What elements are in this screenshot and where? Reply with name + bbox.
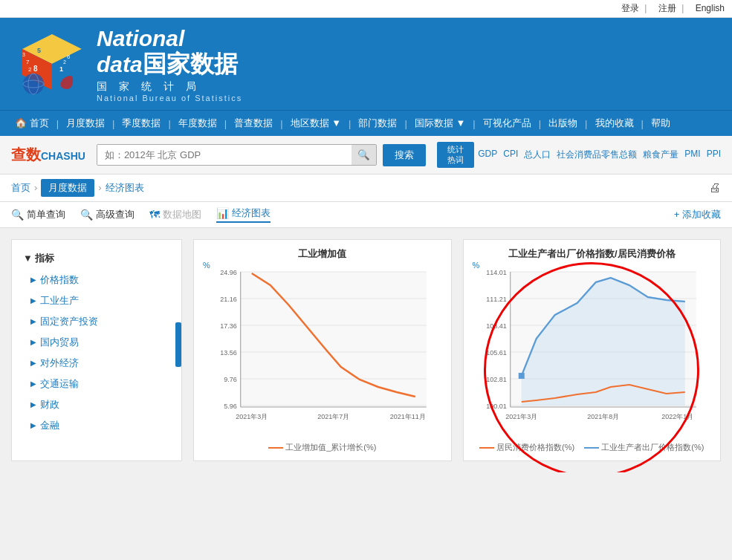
- toolbar-echart[interactable]: 📊 经济图表: [216, 206, 271, 223]
- search-input[interactable]: [97, 145, 352, 165]
- sidebar-item-price[interactable]: ▶ 价格指数: [12, 270, 181, 290]
- orange-legend-dot: [268, 447, 283, 449]
- svg-text:2: 2: [28, 66, 32, 73]
- hot-terms-links: GDP CPI 总人口 社会消费品零售总额 粮食产量 PMI PPI: [478, 149, 721, 161]
- chart1-svg: 24.96 21.16 17.36 13.56 9.76 5.96 2021年3…: [201, 264, 444, 435]
- hot-population[interactable]: 总人口: [524, 149, 551, 161]
- nav-yearly[interactable]: 年度数据: [171, 111, 224, 136]
- print-icon[interactable]: 🖨: [709, 181, 721, 195]
- toolbar-simple[interactable]: 🔍 简单查询: [11, 208, 65, 221]
- search-area: 查数CHASHU 🔍 搜索 统计 热词 GDP CPI 总人口 社会消费品零售总…: [0, 136, 732, 174]
- sidebar-scrollbar[interactable]: [175, 322, 181, 367]
- login-link[interactable]: 登录: [621, 3, 639, 13]
- charts-area: % 工业增加值 24.96 21.16 17.36 13.56 9.76 5.9…: [193, 239, 721, 462]
- map-icon: 🗺: [149, 209, 160, 221]
- svg-text:21.16: 21.16: [220, 296, 237, 303]
- svg-text:2021年3月: 2021年3月: [505, 413, 537, 420]
- breadcrumb-home[interactable]: 首页: [11, 181, 30, 195]
- nav-favorites[interactable]: 我的收藏: [588, 111, 641, 136]
- breadcrumb: 首页 › 月度数据 › 经济图表 🖨: [0, 175, 732, 202]
- nav-home[interactable]: 🏠 首页: [7, 111, 56, 136]
- svg-text:100.01: 100.01: [486, 403, 507, 410]
- svg-point-11: [23, 74, 44, 94]
- nav-visual[interactable]: 可视化产品: [476, 111, 539, 136]
- nav-dept[interactable]: 部门数据: [351, 111, 404, 136]
- sidebar-inner: ▼ 指标 ▶ 价格指数 ▶ 工业生产 ▶ 固定资产投资 ▶ 国内贸易 ▶ 对外经…: [12, 247, 181, 436]
- svg-text:2021年7月: 2021年7月: [317, 413, 349, 420]
- sidebar-item-foreign[interactable]: ▶ 对外经济: [12, 353, 181, 374]
- svg-text:108.41: 108.41: [486, 322, 507, 330]
- sep2: |: [681, 3, 684, 13]
- svg-text:2022年1月: 2022年1月: [661, 413, 693, 420]
- arrow-icon: ▶: [30, 296, 36, 305]
- sidebar-item-banking[interactable]: ▶ 金融: [12, 415, 181, 436]
- hot-pmi[interactable]: PMI: [684, 149, 700, 161]
- svg-text:102.81: 102.81: [486, 376, 507, 383]
- svg-text:5.96: 5.96: [224, 403, 237, 410]
- subtitle-en: National Bureau of Statistics: [97, 94, 242, 102]
- brand-cn: 国家数据: [143, 51, 238, 77]
- nav-monthly[interactable]: 月度数据: [59, 111, 112, 136]
- nav-help[interactable]: 帮助: [644, 111, 678, 136]
- search-button[interactable]: 搜索: [383, 144, 426, 166]
- brand-en2: data: [97, 52, 143, 76]
- svg-text:111.21: 111.21: [486, 296, 507, 303]
- breadcrumb-chart[interactable]: 经济图表: [106, 181, 144, 195]
- svg-rect-46: [518, 373, 524, 379]
- hot-retail[interactable]: 社会消费品零售总额: [557, 149, 637, 161]
- chart2-legend-item2: 工业生产者出厂价格指数(%): [584, 442, 704, 453]
- nav-publication[interactable]: 出版物: [541, 111, 585, 136]
- nav-quarterly[interactable]: 季度数据: [114, 111, 168, 136]
- advanced-search-icon: 🔍: [80, 209, 93, 221]
- search-icon-button[interactable]: 🔍: [352, 145, 376, 165]
- sidebar-item-finance[interactable]: ▶ 财政: [12, 394, 181, 415]
- chart2-title: 工业生产者出厂价格指数/居民消费价格: [471, 247, 713, 261]
- nav-intl[interactable]: 国际数据 ▼: [407, 111, 473, 136]
- sidebar-item-investment[interactable]: ▶ 固定资产投资: [12, 311, 181, 332]
- sidebar-item-domestic[interactable]: ▶ 国内贸易: [12, 332, 181, 353]
- chart1-title: 工业增加值: [201, 247, 444, 261]
- add-favorites-button[interactable]: + 添加收藏: [674, 208, 721, 221]
- main-content: ▼ 指标 ▶ 价格指数 ▶ 工业生产 ▶ 固定资产投资 ▶ 国内贸易 ▶ 对外经…: [0, 228, 732, 473]
- svg-text:24.96: 24.96: [220, 269, 237, 276]
- brand-title: Nationaldata国家数据: [97, 25, 242, 77]
- svg-text:114.01: 114.01: [486, 269, 507, 276]
- svg-text:6: 6: [67, 53, 71, 60]
- english-link[interactable]: English: [696, 3, 725, 13]
- hot-ppi[interactable]: PPI: [707, 149, 721, 161]
- arrow-icon: ▶: [30, 421, 36, 429]
- arrow-icon: ▶: [30, 276, 36, 284]
- sidebar-item-transport[interactable]: ▶ 交通运输: [12, 374, 181, 394]
- breadcrumb-monthly[interactable]: 月度数据: [41, 179, 94, 197]
- nav-regional[interactable]: 地区数据 ▼: [283, 111, 349, 136]
- chart1-legend-item: 工业增加值_累计增长(%): [268, 442, 376, 453]
- arrow-icon: ▶: [30, 317, 36, 325]
- chart-icon: 📊: [216, 207, 229, 219]
- toolbar-advanced[interactable]: 🔍 高级查询: [80, 208, 135, 221]
- sep1: |: [644, 3, 647, 13]
- search-brand-cn: 查数: [11, 146, 41, 163]
- svg-text:105.61: 105.61: [486, 349, 507, 356]
- arrow-icon: ▶: [30, 400, 36, 408]
- hot-cpi[interactable]: CPI: [503, 149, 518, 161]
- breadcrumb-left: 首页 › 月度数据 › 经济图表: [11, 179, 144, 197]
- subtitle-cn: 国 家 统 计 局: [97, 80, 242, 94]
- hot-grain[interactable]: 粮食产量: [643, 149, 678, 161]
- toolbar-map[interactable]: 🗺 数据地图: [149, 208, 201, 221]
- sidebar: ▼ 指标 ▶ 价格指数 ▶ 工业生产 ▶ 固定资产投资 ▶ 国内贸易 ▶ 对外经…: [11, 239, 182, 462]
- search-brand-en: CHASHU: [41, 150, 85, 162]
- logo-cube: 8 7 3 5 2 1 2 6: [15, 30, 89, 97]
- sidebar-item-industry[interactable]: ▶ 工业生产: [12, 290, 181, 311]
- chart2-legend-item1: 居民消费价格指数(%): [479, 442, 574, 453]
- orange-legend-dot2: [479, 447, 494, 449]
- svg-text:7: 7: [26, 59, 30, 65]
- svg-text:2021年3月: 2021年3月: [236, 413, 268, 420]
- hot-terms-label: 统计 热词: [437, 142, 474, 167]
- svg-text:2: 2: [63, 59, 66, 65]
- chart1-percent-label: %: [203, 261, 210, 270]
- nav-census[interactable]: 普查数据: [227, 111, 280, 136]
- hot-gdp[interactable]: GDP: [478, 149, 497, 161]
- register-link[interactable]: 注册: [658, 3, 676, 13]
- arrow-icon: ▶: [30, 380, 36, 388]
- arrow-icon: ▶: [30, 359, 36, 367]
